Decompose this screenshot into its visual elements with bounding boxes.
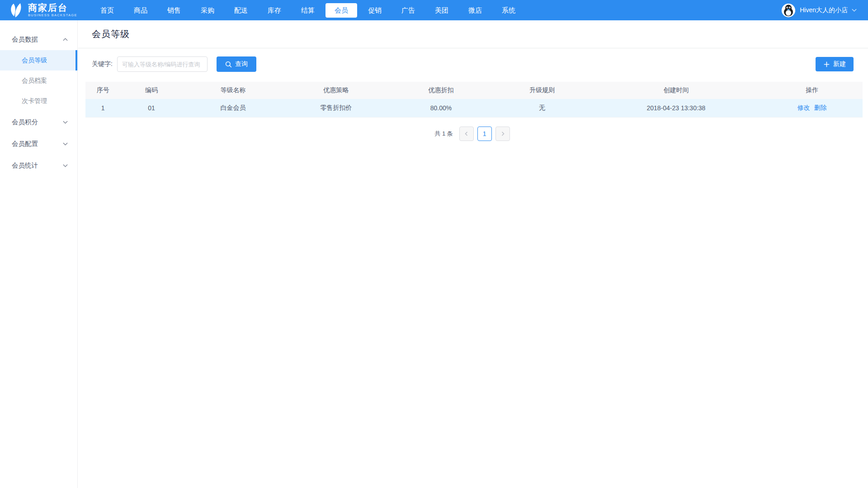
page-1-button[interactable]: 1 — [477, 127, 492, 141]
sidebar-group-label: 会员统计 — [12, 161, 38, 170]
cell-created-at: 2018-04-23 13:30:38 — [590, 99, 761, 117]
nav-item-delivery[interactable]: 配送 — [225, 3, 257, 18]
column-header-upgrade-rule: 升级规则 — [493, 82, 590, 99]
logo-title: 商家后台 — [28, 3, 77, 13]
nav-item-promotion[interactable]: 促销 — [359, 3, 391, 18]
keyword-label: 关键字: — [92, 60, 113, 68]
table-row: 1 01 白金会员 零售折扣价 80.00% 无 2018-04-23 13:3… — [85, 99, 863, 117]
sidebar-group-member-config[interactable]: 会员配置 — [0, 133, 77, 155]
column-header-level-name: 等级名称 — [183, 82, 283, 99]
nav-item-ads[interactable]: 广告 — [392, 3, 424, 18]
column-header-actions: 操作 — [762, 82, 863, 99]
logo-subtitle: BUSINESS BACKSTAGE — [28, 14, 77, 17]
cell-seq: 1 — [85, 99, 120, 117]
keyword-input[interactable] — [117, 56, 208, 72]
sidebar-group-label: 会员数据 — [12, 35, 38, 44]
sidebar-group-member-points[interactable]: 会员积分 — [0, 111, 77, 133]
nav-item-inventory[interactable]: 库存 — [259, 3, 290, 18]
cell-discount: 80.00% — [388, 99, 493, 117]
column-header-seq: 序号 — [85, 82, 120, 99]
sidebar-group-label: 会员配置 — [12, 140, 38, 148]
penguin-avatar-icon — [782, 4, 795, 17]
chevron-up-icon — [62, 38, 68, 42]
sidebar-item-card-management[interactable]: 次卡管理 — [0, 91, 77, 111]
chevron-down-icon — [62, 142, 68, 146]
logo-text: 商家后台 BUSINESS BACKSTAGE — [28, 3, 77, 17]
app-logo: 商家后台 BUSINESS BACKSTAGE — [0, 2, 90, 19]
nav-item-home[interactable]: 首页 — [91, 3, 123, 18]
sidebar: 会员数据 会员等级 会员档案 次卡管理 会员积分 会员配置 会员统计 — [0, 20, 78, 488]
page-title: 会员等级 — [92, 28, 130, 40]
cell-upgrade-rule: 无 — [493, 99, 590, 117]
cell-actions: 修改 删除 — [762, 99, 863, 117]
sidebar-item-member-archive[interactable]: 会员档案 — [0, 70, 77, 91]
sidebar-item-label: 次卡管理 — [22, 97, 47, 105]
next-page-button[interactable] — [495, 127, 510, 141]
sidebar-group-member-data[interactable]: 会员数据 — [0, 28, 77, 50]
chevron-right-icon — [500, 131, 505, 136]
sidebar-item-member-level[interactable]: 会员等级 — [0, 50, 77, 70]
cell-code: 01 — [120, 99, 183, 117]
chevron-down-icon — [62, 120, 68, 124]
cell-strategy: 零售折扣价 — [283, 99, 388, 117]
pagination-total: 共 1 条 — [434, 130, 453, 138]
pagination: 共 1 条 1 — [78, 127, 868, 141]
nav-item-settlement[interactable]: 结算 — [292, 3, 324, 18]
plus-icon — [823, 61, 830, 68]
edit-link[interactable]: 修改 — [797, 104, 810, 111]
search-button[interactable]: 查询 — [217, 56, 256, 72]
prev-page-button[interactable] — [459, 127, 474, 141]
column-header-code: 编码 — [120, 82, 183, 99]
top-navigation: 首页 商品 销售 采购 配送 库存 结算 会员 促销 广告 美团 微店 系统 — [90, 0, 525, 20]
main-content: 会员等级 关键字: 查询 新建 序号 — [78, 20, 868, 488]
search-button-label: 查询 — [235, 60, 248, 68]
chevron-down-icon — [62, 164, 68, 168]
column-header-discount: 优惠折扣 — [388, 82, 493, 99]
delete-link[interactable]: 删除 — [814, 104, 827, 111]
toolbar: 关键字: 查询 新建 — [78, 48, 868, 72]
nav-item-weidian[interactable]: 微店 — [459, 3, 491, 18]
nav-item-goods[interactable]: 商品 — [125, 3, 156, 18]
nav-item-purchase[interactable]: 采购 — [192, 3, 223, 18]
chevron-down-icon — [851, 8, 857, 12]
avatar — [782, 4, 795, 17]
nav-item-meituan[interactable]: 美团 — [426, 3, 458, 18]
cell-level-name: 白金会员 — [183, 99, 283, 117]
member-level-table: 序号 编码 等级名称 优惠策略 优惠折扣 升级规则 创建时间 操作 1 01 白… — [85, 82, 863, 117]
user-menu[interactable]: Hiven大人的小店 — [782, 4, 868, 17]
sidebar-item-label: 会员档案 — [22, 77, 47, 85]
sidebar-group-member-stats[interactable]: 会员统计 — [0, 155, 77, 176]
sidebar-group-label: 会员积分 — [12, 118, 38, 127]
column-header-created-at: 创建时间 — [590, 82, 761, 99]
table-header-row: 序号 编码 等级名称 优惠策略 优惠折扣 升级规则 创建时间 操作 — [85, 82, 863, 99]
column-header-strategy: 优惠策略 — [283, 82, 388, 99]
logo-icon — [8, 2, 24, 19]
sidebar-item-label: 会员等级 — [22, 56, 47, 65]
page-header: 会员等级 — [78, 20, 868, 48]
chevron-left-icon — [464, 131, 469, 136]
search-icon — [225, 61, 232, 68]
topbar: 商家后台 BUSINESS BACKSTAGE 首页 商品 销售 采购 配送 库… — [0, 0, 868, 20]
user-name: Hiven大人的小店 — [800, 6, 848, 14]
new-button[interactable]: 新建 — [816, 57, 854, 71]
new-button-label: 新建 — [833, 60, 846, 68]
nav-item-system[interactable]: 系统 — [493, 3, 524, 18]
nav-item-sales[interactable]: 销售 — [158, 3, 190, 18]
nav-item-member[interactable]: 会员 — [326, 3, 357, 18]
